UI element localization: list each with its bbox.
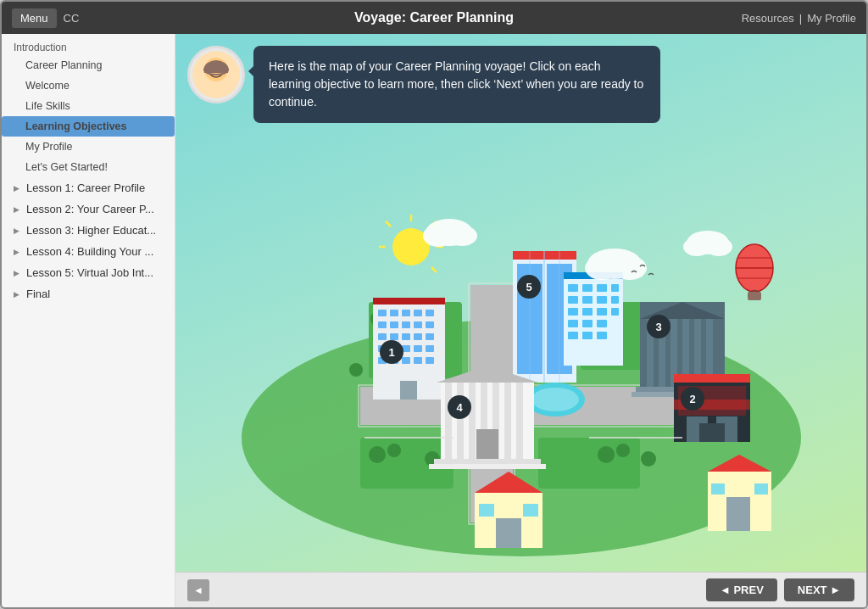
svg-text:2: 2 (689, 393, 695, 405)
menu-button[interactable]: Menu (12, 8, 57, 28)
svg-rect-102 (582, 320, 593, 327)
svg-text:1: 1 (388, 346, 394, 359)
sidebar-item-my-profile[interactable]: My Profile (2, 137, 175, 157)
svg-rect-32 (378, 310, 387, 316)
svg-rect-92 (611, 284, 619, 292)
city-map: 1 2 3 4 (225, 132, 818, 573)
sidebar-item-learning-objectives[interactable]: Learning Objectives (2, 116, 175, 137)
header-right: Resources | My Profile (742, 12, 856, 25)
svg-rect-33 (390, 310, 398, 316)
speech-bubble: Here is the map of your Career Planning … (253, 46, 660, 123)
svg-rect-93 (568, 296, 578, 304)
svg-rect-45 (414, 333, 422, 340)
svg-rect-44 (402, 333, 410, 340)
svg-point-21 (641, 451, 656, 467)
header-divider: | (799, 12, 802, 25)
sidebar: Introduction Career Planning Welcome Lif… (2, 34, 175, 607)
myprofile-link[interactable]: My Profile (807, 12, 856, 25)
sidebar-item-lesson1[interactable]: Lesson 1: Career Profile (2, 177, 175, 198)
svg-rect-121 (726, 497, 750, 531)
svg-rect-104 (568, 332, 578, 339)
svg-rect-118 (523, 504, 538, 517)
svg-rect-145 (748, 292, 761, 300)
avatar (187, 46, 245, 103)
svg-point-15 (531, 388, 579, 411)
svg-rect-117 (479, 504, 494, 517)
svg-rect-82 (516, 383, 523, 459)
svg-line-129 (386, 221, 391, 226)
svg-rect-55 (414, 357, 422, 364)
svg-rect-94 (582, 296, 593, 304)
svg-point-20 (616, 444, 630, 457)
svg-text:3: 3 (655, 321, 661, 333)
svg-rect-40 (414, 321, 422, 328)
svg-rect-54 (402, 357, 410, 364)
svg-rect-76 (445, 383, 452, 459)
page-title: Voyage: Career Planning (354, 10, 514, 25)
svg-rect-105 (582, 332, 593, 339)
sidebar-item-lesson2[interactable]: Lesson 2: Your Career P... (2, 198, 175, 220)
svg-rect-108 (674, 374, 750, 383)
svg-rect-41 (426, 321, 434, 328)
svg-rect-85 (434, 459, 541, 464)
svg-rect-122 (711, 483, 725, 494)
sidebar-item-welcome[interactable]: Welcome (2, 75, 175, 96)
speech-text: Here is the map of your Career Planning … (269, 59, 643, 109)
svg-rect-90 (582, 284, 593, 292)
svg-rect-97 (568, 308, 578, 316)
nav-buttons: ◄ PREV NEXT ► (706, 578, 854, 601)
svg-rect-100 (611, 308, 619, 316)
svg-text:4: 4 (456, 401, 463, 414)
svg-point-24 (349, 363, 363, 377)
svg-rect-35 (414, 310, 422, 316)
svg-rect-81 (504, 383, 511, 459)
sidebar-item-lesson5[interactable]: Lesson 5: Virtual Job Int... (2, 262, 175, 283)
svg-rect-39 (402, 321, 410, 328)
svg-rect-101 (568, 320, 578, 327)
svg-rect-99 (597, 308, 607, 316)
svg-point-136 (613, 256, 647, 280)
svg-rect-57 (400, 381, 417, 399)
svg-rect-50 (414, 345, 422, 352)
svg-rect-112 (699, 423, 725, 442)
sidebar-item-final[interactable]: Final (2, 283, 175, 304)
svg-line-128 (431, 267, 437, 272)
svg-rect-42 (378, 333, 387, 340)
resources-link[interactable]: Resources (742, 12, 794, 25)
prev-button[interactable]: ◄ PREV (706, 578, 777, 601)
svg-rect-43 (390, 333, 398, 340)
cc-button[interactable]: CC (64, 12, 80, 25)
sidebar-item-life-skills[interactable]: Life Skills (2, 96, 175, 116)
svg-rect-31 (373, 298, 445, 304)
svg-rect-78 (469, 383, 476, 459)
sidebar-item-lets-get-started[interactable]: Let's Get Started! (2, 157, 175, 177)
svg-rect-77 (457, 383, 464, 459)
speech-area: Here is the map of your Career Planning … (187, 46, 660, 123)
svg-rect-96 (611, 296, 619, 304)
sidebar-section-introduction: Introduction (2, 37, 175, 55)
svg-text:5: 5 (526, 281, 531, 293)
main-content: Here is the map of your Career Planning … (175, 34, 866, 607)
next-button[interactable]: NEXT ► (784, 578, 854, 601)
svg-rect-84 (476, 429, 498, 459)
svg-point-139 (705, 237, 732, 256)
svg-point-133 (447, 226, 477, 246)
app-container: Menu CC Voyage: Career Planning Resource… (0, 0, 868, 609)
svg-rect-106 (597, 332, 607, 339)
svg-rect-37 (378, 321, 387, 328)
svg-point-17 (387, 444, 401, 457)
sidebar-item-lesson4[interactable]: Lesson 4: Building Your ... (2, 241, 175, 262)
sidebar-item-lesson3[interactable]: Lesson 3: Higher Educat... (2, 220, 175, 241)
svg-rect-103 (597, 320, 607, 327)
nav-bar: ◄ ◄ PREV NEXT ► (175, 572, 866, 607)
svg-rect-98 (582, 308, 593, 316)
svg-rect-46 (426, 333, 434, 340)
svg-rect-51 (426, 345, 434, 352)
svg-rect-36 (426, 310, 434, 316)
svg-point-19 (598, 446, 615, 463)
svg-rect-56 (426, 357, 434, 364)
body: Introduction Career Planning Welcome Lif… (2, 34, 866, 607)
sidebar-item-career-planning[interactable]: Career Planning (2, 55, 175, 75)
svg-rect-34 (402, 310, 410, 316)
scroll-left-button[interactable]: ◄ (187, 579, 209, 601)
